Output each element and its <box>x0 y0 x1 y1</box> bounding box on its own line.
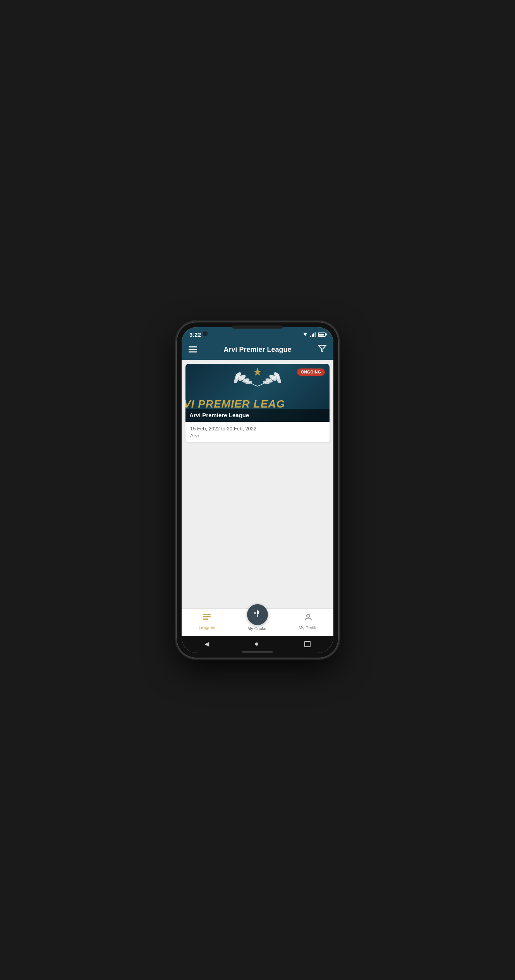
tournament-card[interactable]: VI PREMIER LEAG Arvi Premiere League ONG… <box>185 364 330 442</box>
menu-icon[interactable] <box>189 346 197 354</box>
gesture-indicator <box>242 651 273 653</box>
svg-rect-2 <box>189 351 197 353</box>
card-title: Arvi Premiere League <box>189 412 249 418</box>
card-image: VI PREMIER LEAG Arvi Premiere League ONG… <box>185 364 330 422</box>
nav-item-cricket[interactable]: My Cricket <box>232 604 283 631</box>
recents-button[interactable] <box>304 641 311 647</box>
nav-item-profile[interactable]: My Profile <box>283 613 333 630</box>
ongoing-badge: ONGOING <box>297 368 325 376</box>
svg-rect-14 <box>203 614 211 615</box>
cricket-circle <box>247 604 268 625</box>
leagues-icon <box>202 613 211 624</box>
card-title-overlay: Arvi Premiere League <box>185 409 330 422</box>
volume-button-up[interactable] <box>338 391 339 411</box>
leagues-label: Leagues <box>199 625 215 630</box>
android-nav: ◀ <box>182 636 333 651</box>
svg-rect-0 <box>189 346 197 348</box>
laurel-area <box>232 367 283 388</box>
svg-rect-17 <box>257 610 259 614</box>
app-header: Arvi Premier League <box>182 341 333 360</box>
status-icons: ▼ <box>302 331 326 338</box>
svg-rect-15 <box>203 616 211 617</box>
profile-label: My Profile <box>299 625 318 630</box>
card-location: Arvi <box>190 433 325 439</box>
filter-icon[interactable] <box>318 345 326 355</box>
speaker-notch <box>232 326 283 329</box>
svg-point-20 <box>307 614 310 617</box>
signal-icon <box>310 332 316 337</box>
front-camera <box>203 331 208 336</box>
main-content[interactable]: VI PREMIER LEAG Arvi Premiere League ONG… <box>182 360 333 608</box>
bottom-nav: Leagues My Cricket <box>182 608 333 636</box>
svg-rect-18 <box>258 614 258 617</box>
status-time: 3:22 <box>189 331 201 338</box>
battery-icon <box>318 332 326 337</box>
screen: 3:22 ▼ <box>182 327 333 653</box>
phone-frame: 3:22 ▼ <box>176 322 339 658</box>
svg-point-6 <box>233 377 239 384</box>
card-dates: 15 Feb, 2022 to 20 Feb, 2022 <box>190 426 325 432</box>
gesture-bar-area <box>182 651 333 653</box>
wifi-icon: ▼ <box>302 331 308 338</box>
cricket-bat-icon <box>253 609 262 620</box>
back-button[interactable]: ◀ <box>204 640 209 648</box>
svg-marker-13 <box>254 368 261 376</box>
cricket-label: My Cricket <box>247 626 268 631</box>
svg-point-19 <box>254 612 256 614</box>
nav-item-leagues[interactable]: Leagues <box>182 613 232 630</box>
app-title: Arvi Premier League <box>223 346 291 354</box>
profile-icon <box>304 613 313 624</box>
svg-rect-16 <box>203 618 208 620</box>
laurel-icon <box>232 367 283 388</box>
svg-point-11 <box>276 377 282 384</box>
volume-button-down[interactable] <box>338 415 339 434</box>
svg-rect-1 <box>189 349 197 350</box>
card-info: 15 Feb, 2022 to 20 Feb, 2022 Arvi <box>185 422 330 442</box>
home-button[interactable] <box>255 642 258 646</box>
